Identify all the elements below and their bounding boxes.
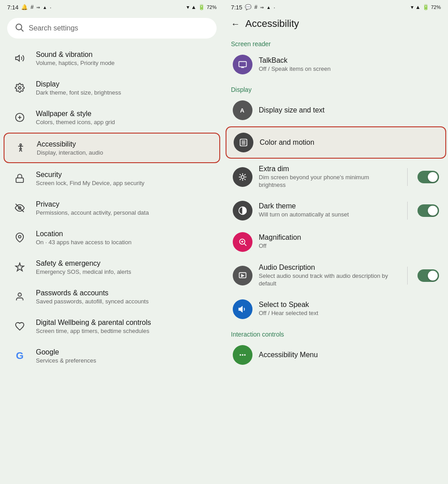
- sound-icon: [11, 49, 29, 67]
- acc-item-extra-dim[interactable]: Extra dimDim screen beyond your phone's …: [226, 160, 446, 194]
- passwords-icon: [11, 288, 29, 306]
- toggle-audio-description[interactable]: [418, 269, 439, 282]
- toggle-extra-dim[interactable]: [418, 171, 439, 183]
- audio-icon-audio-description: [233, 266, 252, 285]
- settings-item-sound[interactable]: Sound & vibrationVolume, haptics, Priori…: [4, 44, 220, 73]
- acc-item-dark-theme[interactable]: Dark themeWill turn on automatically at …: [226, 195, 446, 226]
- search-bar[interactable]: Search settings: [7, 18, 217, 39]
- wellbeing-icon: [11, 317, 29, 335]
- acc-title-display-size: Display size and text: [259, 106, 439, 114]
- right-status-left: 7:15 💬 # ⇒ ▲ ·: [231, 4, 275, 11]
- nav-icon: ▲: [43, 5, 47, 10]
- settings-item-safety[interactable]: Safety & emergencyEmergency SOS, medical…: [4, 253, 220, 281]
- search-placeholder: Search settings: [29, 24, 78, 32]
- acc-item-display-size[interactable]: ADisplay size and text: [226, 95, 446, 125]
- arrow-icon-r: ⇒: [260, 5, 264, 10]
- settings-item-accessibility[interactable]: AccessibilityDisplay, interaction, audio: [4, 133, 220, 163]
- item-subtitle-display: Dark theme, font size, brightness: [36, 89, 213, 96]
- right-time: 7:15: [231, 4, 242, 11]
- left-status-left: 7:14 🔔 # ⇒ ▲ ·: [7, 4, 52, 11]
- acc-subtitle-audio-description: Select audio sound track with audio desc…: [259, 272, 397, 288]
- wifi-icon-r: ▾: [411, 4, 413, 10]
- acc-subtitle-select-to-speak: Off / Hear selected text: [259, 310, 439, 317]
- contrast-icon-dark-theme: [233, 201, 252, 220]
- messenger-icon: 🔔: [21, 4, 28, 10]
- divider-audio-description: [407, 267, 408, 285]
- left-time: 7:14: [7, 4, 18, 11]
- left-panel: 7:14 🔔 # ⇒ ▲ · ▾ ▲ 🔋 72% Search settings…: [0, 0, 224, 484]
- svg-point-40: [244, 354, 245, 355]
- item-title-passwords: Passwords & accounts: [36, 289, 213, 298]
- item-subtitle-safety: Emergency SOS, medical info, alerts: [36, 268, 213, 275]
- acc-title-talkback: TalkBack: [259, 56, 439, 65]
- list-icon-color-motion: [234, 133, 253, 152]
- left-battery: 72%: [207, 4, 217, 10]
- speaker-icon-select-to-speak: [233, 299, 252, 319]
- dot-icon-r: ·: [274, 4, 275, 11]
- settings-list: Sound & vibrationVolume, haptics, Priori…: [0, 44, 224, 484]
- svg-point-3: [18, 86, 21, 89]
- item-title-accessibility: Accessibility: [37, 140, 212, 149]
- right-header: ← Accessibility: [224, 14, 448, 35]
- right-status-right: ▾ ▲ 🔋 72%: [411, 4, 441, 10]
- settings-item-privacy[interactable]: PrivacyPermissions, account activity, pe…: [4, 194, 220, 222]
- item-title-display: Display: [36, 80, 213, 89]
- acc-subtitle-magnification: Off: [259, 242, 439, 250]
- right-battery: 72%: [431, 4, 441, 10]
- settings-item-google[interactable]: GGoogleServices & preferences: [4, 341, 220, 370]
- acc-item-accessibility-menu[interactable]: Accessibility Menu: [226, 340, 446, 370]
- acc-title-magnification: Magnification: [259, 233, 439, 242]
- accessibility-icon: [12, 139, 30, 157]
- acc-item-audio-description[interactable]: Audio DescriptionSelect audio sound trac…: [226, 258, 446, 293]
- svg-line-29: [240, 179, 241, 180]
- settings-item-wellbeing[interactable]: Digital Wellbeing & parental controlsScr…: [4, 312, 220, 341]
- acc-subtitle-talkback: Off / Speak items on screen: [259, 65, 439, 73]
- settings-item-security[interactable]: SecurityScreen lock, Find My Device, app…: [4, 164, 220, 193]
- item-subtitle-location: On · 43 apps have access to location: [36, 239, 213, 246]
- settings-item-location[interactable]: LocationOn · 43 apps have access to loca…: [4, 223, 220, 252]
- section-label-display: Display: [224, 81, 448, 95]
- settings-item-wallpaper[interactable]: Wallpaper & styleColors, themed icons, a…: [4, 103, 220, 132]
- item-subtitle-google: Services & preferences: [36, 357, 213, 364]
- settings-item-passwords[interactable]: Passwords & accountsSaved passwords, aut…: [4, 282, 220, 311]
- security-icon: [11, 169, 29, 187]
- acc-item-talkback[interactable]: TalkBackOff / Speak items on screen: [226, 49, 446, 80]
- acc-title-dark-theme: Dark theme: [259, 202, 397, 210]
- section-label-interaction-controls: Interaction controls: [224, 325, 448, 340]
- toggle-dark-theme[interactable]: [418, 204, 439, 217]
- svg-point-0: [16, 24, 22, 30]
- left-status-bar: 7:14 🔔 # ⇒ ▲ · ▾ ▲ 🔋 72%: [0, 0, 224, 14]
- item-title-wellbeing: Digital Wellbeing & parental controls: [36, 318, 213, 328]
- acc-item-magnification[interactable]: MagnificationOff: [226, 227, 446, 257]
- item-subtitle-wallpaper: Colors, themed icons, app grid: [36, 119, 213, 125]
- signal-icon: ▲: [191, 4, 196, 10]
- item-title-wallpaper: Wallpaper & style: [36, 109, 213, 119]
- display-icon: [11, 79, 29, 97]
- item-title-location: Location: [36, 229, 213, 239]
- item-subtitle-security: Screen lock, Find My Device, app securit…: [36, 180, 213, 186]
- search-container: Search settings: [0, 14, 224, 44]
- right-panel: 7:15 💬 # ⇒ ▲ · ▾ ▲ 🔋 72% ← Accessibility…: [224, 0, 448, 484]
- acc-item-select-to-speak[interactable]: Select to SpeakOff / Hear selected text: [226, 294, 446, 324]
- acc-subtitle-extra-dim: Dim screen beyond your phone's minimum b…: [259, 174, 397, 189]
- magnify-icon-magnification: [233, 232, 252, 252]
- left-status-right: ▾ ▲ 🔋 72%: [187, 4, 217, 10]
- item-subtitle-accessibility: Display, interaction, audio: [37, 149, 212, 156]
- settings-item-display[interactable]: DisplayDark theme, font size, brightness: [4, 73, 220, 102]
- app-icon-1: #: [30, 4, 34, 10]
- svg-rect-14: [239, 61, 247, 67]
- acc-title-audio-description: Audio Description: [259, 264, 397, 272]
- svg-line-1: [21, 29, 23, 31]
- acc-title-accessibility-menu: Accessibility Menu: [259, 351, 439, 359]
- back-button[interactable]: ←: [231, 19, 240, 29]
- svg-point-13: [18, 293, 21, 296]
- svg-marker-2: [16, 56, 19, 61]
- right-page-title: Accessibility: [245, 18, 299, 30]
- A-icon-display-size: A: [233, 100, 252, 120]
- screen-icon-talkback: [233, 55, 252, 74]
- item-subtitle-wellbeing: Screen time, app timers, bedtime schedul…: [36, 328, 213, 334]
- acc-item-color-motion[interactable]: Color and motion: [226, 126, 446, 159]
- acc-subtitle-dark-theme: Will turn on automatically at sunset: [259, 211, 397, 219]
- dots-icon-accessibility-menu: [233, 345, 252, 365]
- wifi-icon: ▾: [187, 4, 189, 10]
